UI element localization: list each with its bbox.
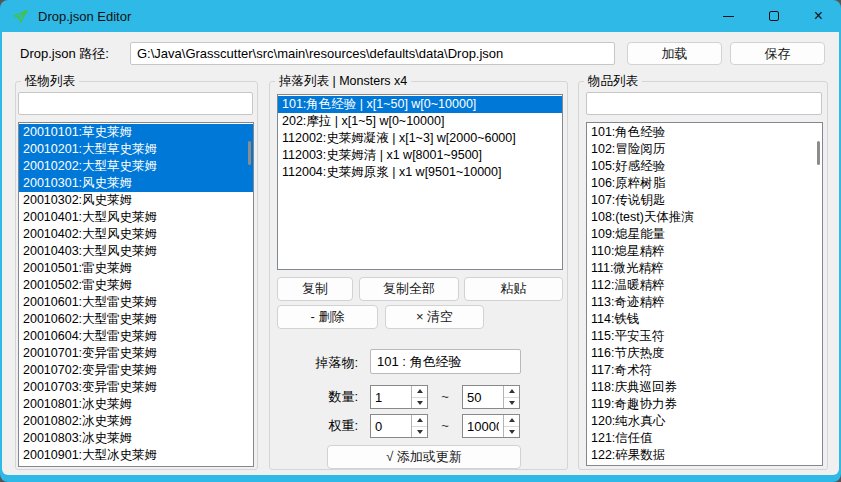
- drop-listbox: 101:角色经验 | x[1~50] w[0~10000]202:摩拉 | x[…: [277, 94, 563, 270]
- arrow-up-icon: [509, 418, 515, 422]
- list-item[interactable]: 112002:史莱姆凝液 | x[1~3] w[2000~6000]: [278, 130, 562, 147]
- weight-min-stepper[interactable]: [370, 414, 428, 438]
- spinner-down-button[interactable]: [412, 427, 427, 438]
- item-panel-title: 物品列表: [584, 73, 642, 90]
- weight-max-input[interactable]: [463, 415, 503, 437]
- list-item[interactable]: 107:传说钥匙: [587, 192, 822, 209]
- paste-button[interactable]: 粘贴: [464, 277, 563, 301]
- list-item[interactable]: 20010401:大型风史莱姆: [19, 209, 253, 226]
- count-min-stepper[interactable]: [370, 385, 428, 409]
- add-or-update-button[interactable]: √ 添加或更新: [327, 445, 521, 469]
- list-item[interactable]: 20010701:变异雷史莱姆: [19, 345, 253, 362]
- spinner-down-button[interactable]: [412, 398, 427, 409]
- monster-panel: 怪物列表 20010101:草史莱姆20010201:大型草史莱姆2001020…: [15, 81, 258, 470]
- stepper-arrows: [411, 415, 427, 437]
- list-item[interactable]: 113:奇迹精粹: [587, 294, 822, 311]
- list-item[interactable]: 20010901:大型冰史莱姆: [19, 447, 253, 464]
- maximize-icon: [769, 11, 779, 21]
- list-item[interactable]: 20010602:大型雷史莱姆: [19, 311, 253, 328]
- drop-item-label: 掉落物:: [290, 350, 358, 375]
- list-item[interactable]: 20010301:风史莱姆: [19, 175, 253, 192]
- list-item[interactable]: 20010403:大型风史莱姆: [19, 243, 253, 260]
- spinner-up-button[interactable]: [412, 386, 427, 398]
- weight-min-input[interactable]: [371, 415, 411, 437]
- item-list-scrollbar[interactable]: [817, 141, 820, 165]
- app-window: Drop.json Editor × Drop.json 路径: 加载 保存 怪…: [0, 0, 841, 482]
- list-item[interactable]: 101:角色经验 | x[1~50] w[0~10000]: [278, 96, 562, 113]
- list-item[interactable]: 20010302:风史莱姆: [19, 192, 253, 209]
- monster-list-scrollbar[interactable]: [248, 141, 251, 165]
- list-item[interactable]: 109:熄星能量: [587, 226, 822, 243]
- list-item[interactable]: 120:纯水真心: [587, 413, 822, 430]
- list-item[interactable]: 115:平安玉符: [587, 328, 822, 345]
- list-item[interactable]: 118:庆典巡回券: [587, 379, 822, 396]
- list-item[interactable]: 119:奇趣协力券: [587, 396, 822, 413]
- list-item[interactable]: 101:角色经验: [587, 124, 822, 141]
- maximize-button[interactable]: [751, 0, 796, 32]
- close-icon: ×: [814, 8, 823, 24]
- list-item[interactable]: 20010201:大型草史莱姆: [19, 141, 253, 158]
- list-item[interactable]: 20010601:大型雷史莱姆: [19, 294, 253, 311]
- count-max-stepper[interactable]: [462, 385, 520, 409]
- weight-range-tilde: ~: [430, 414, 460, 438]
- list-item[interactable]: 20010803:冰史莱姆: [19, 430, 253, 447]
- path-label: Drop.json 路径:: [20, 42, 109, 65]
- minimize-button[interactable]: [706, 0, 751, 32]
- monster-search-input[interactable]: [18, 92, 253, 115]
- list-item[interactable]: 114:铁钱: [587, 311, 822, 328]
- list-item[interactable]: 105:好感经验: [587, 158, 822, 175]
- list-item[interactable]: 20010702:变异雷史莱姆: [19, 362, 253, 379]
- count-label: 数量:: [290, 385, 358, 409]
- list-item[interactable]: 202:摩拉 | x[1~5] w[0~10000]: [278, 113, 562, 130]
- arrow-down-icon: [509, 430, 515, 434]
- copy-button[interactable]: 复制: [277, 277, 353, 301]
- item-listbox: 101:角色经验102:冒险阅历105:好感经验106:原粹树脂107:传说钥匙…: [586, 122, 823, 466]
- copy-all-button[interactable]: 复制全部: [359, 277, 459, 301]
- count-range-tilde: ~: [430, 385, 460, 409]
- stepper-arrows: [503, 386, 519, 408]
- list-item[interactable]: 20010801:冰史莱姆: [19, 396, 253, 413]
- app-icon: [12, 8, 29, 25]
- path-input[interactable]: [130, 42, 615, 65]
- spinner-down-button[interactable]: [504, 427, 519, 438]
- drop-panel: 掉落列表 | Monsters x4 101:角色经验 | x[1~50] w[…: [269, 81, 568, 470]
- list-item[interactable]: 110:熄星精粹: [587, 243, 822, 260]
- list-item[interactable]: 116:节庆热度: [587, 345, 822, 362]
- arrow-down-icon: [509, 401, 515, 405]
- list-item[interactable]: 20010502:雷史莱姆: [19, 277, 253, 294]
- count-max-input[interactable]: [463, 386, 503, 408]
- list-item[interactable]: 106:原粹树脂: [587, 175, 822, 192]
- list-item[interactable]: 108:(test)天体推演: [587, 209, 822, 226]
- list-item[interactable]: 20010202:大型草史莱姆: [19, 158, 253, 175]
- close-button[interactable]: ×: [796, 0, 841, 32]
- list-item[interactable]: 112004:史莱姆原浆 | x1 w[9501~10000]: [278, 164, 562, 181]
- drop-item-input[interactable]: [370, 349, 521, 374]
- list-item[interactable]: 117:奇术符: [587, 362, 822, 379]
- item-search-input[interactable]: [586, 92, 822, 115]
- spinner-up-button[interactable]: [504, 415, 519, 427]
- list-item[interactable]: 20010802:冰史莱姆: [19, 413, 253, 430]
- title-bar[interactable]: Drop.json Editor ×: [0, 0, 841, 32]
- clear-button[interactable]: × 清空: [385, 305, 484, 329]
- delete-button[interactable]: - 删除: [277, 305, 378, 329]
- list-item[interactable]: 102:冒险阅历: [587, 141, 822, 158]
- count-min-input[interactable]: [371, 386, 411, 408]
- list-item[interactable]: 20010101:草史莱姆: [19, 124, 253, 141]
- list-item[interactable]: 20010604:大型雷史莱姆: [19, 328, 253, 345]
- weight-max-stepper[interactable]: [462, 414, 520, 438]
- spinner-down-button[interactable]: [504, 398, 519, 409]
- spinner-up-button[interactable]: [412, 415, 427, 427]
- spinner-up-button[interactable]: [504, 386, 519, 398]
- list-item[interactable]: 111:微光精粹: [587, 260, 822, 277]
- list-item[interactable]: 20010402:大型风史莱姆: [19, 226, 253, 243]
- list-item[interactable]: 121:信任值: [587, 430, 822, 447]
- list-item[interactable]: 112:温暖精粹: [587, 277, 822, 294]
- list-item[interactable]: 112003:史莱姆清 | x1 w[8001~9500]: [278, 147, 562, 164]
- monster-listbox: 20010101:草史莱姆20010201:大型草史莱姆20010202:大型草…: [18, 122, 254, 467]
- save-button[interactable]: 保存: [730, 42, 825, 65]
- list-item[interactable]: 122:碎果数据: [587, 447, 822, 464]
- arrow-down-icon: [417, 401, 423, 405]
- list-item[interactable]: 20010501:雷史莱姆: [19, 260, 253, 277]
- load-button[interactable]: 加载: [627, 42, 722, 65]
- list-item[interactable]: 20010703:变异雷史莱姆: [19, 379, 253, 396]
